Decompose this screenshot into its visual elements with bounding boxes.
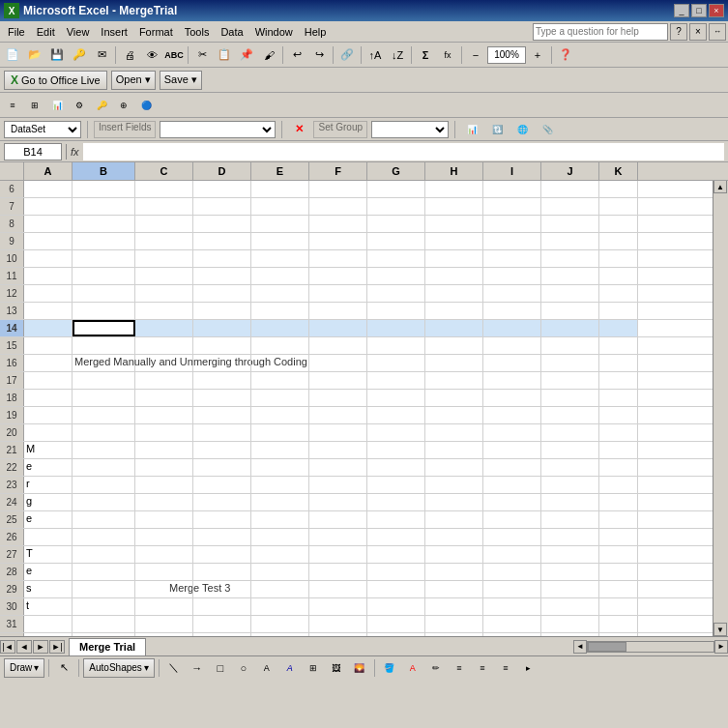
data-tool2[interactable]: 🔃 <box>486 119 508 140</box>
cell-c16[interactable] <box>135 355 193 371</box>
cell-d13[interactable] <box>193 303 251 319</box>
list-tb-3[interactable]: 📊 <box>46 95 68 116</box>
cell-j10[interactable] <box>541 250 599 267</box>
cell-j7[interactable] <box>541 198 599 215</box>
cell-d12[interactable] <box>193 285 251 302</box>
row-num[interactable]: 15 <box>0 337 24 354</box>
rect-tool[interactable]: □ <box>210 657 231 679</box>
copy-button[interactable]: 📋 <box>214 44 235 66</box>
tab-first-button[interactable]: |◄ <box>0 640 15 654</box>
cell-d16[interactable] <box>193 355 251 371</box>
row-num[interactable]: 32 <box>0 633 24 636</box>
menu-format[interactable]: Format <box>133 24 179 40</box>
scroll-up-arrow[interactable]: ▲ <box>713 180 727 193</box>
row-num[interactable]: 12 <box>0 285 24 302</box>
cell-h8[interactable] <box>425 216 483 232</box>
cell-j13[interactable] <box>541 303 599 319</box>
vertical-scrollbar[interactable]: ▲ ▼ <box>713 180 728 636</box>
permission-button[interactable]: 🔑 <box>69 44 90 66</box>
close-help-button[interactable]: × <box>689 23 707 41</box>
cell-f7[interactable] <box>309 198 367 215</box>
menu-view[interactable]: View <box>61 24 96 40</box>
cell-b7[interactable] <box>73 198 135 215</box>
cell-h7[interactable] <box>425 198 483 215</box>
oval-tool[interactable]: ○ <box>233 657 254 679</box>
fields-combo[interactable] <box>160 121 276 138</box>
cell-g9[interactable] <box>367 233 425 249</box>
print-preview-button[interactable]: 👁 <box>141 44 162 66</box>
cell-a27[interactable]: T <box>24 546 73 563</box>
cell-i9[interactable] <box>483 233 541 249</box>
list-tb-4[interactable]: ⚙ <box>69 95 90 116</box>
col-header-g[interactable]: G <box>367 162 425 180</box>
list-tb-5[interactable]: 🔑 <box>91 95 112 116</box>
cell-a11[interactable] <box>24 268 73 284</box>
row-num[interactable]: 31 <box>0 616 24 632</box>
tab-next-button[interactable]: ► <box>33 640 48 654</box>
save-button[interactable]: 💾 <box>46 44 68 66</box>
email-button[interactable]: ✉ <box>91 44 112 66</box>
cell-i16[interactable] <box>483 355 541 371</box>
menu-tools[interactable]: Tools <box>179 24 216 40</box>
cell-k12[interactable] <box>599 285 638 302</box>
cell-a16[interactable] <box>24 355 73 371</box>
cell-a13[interactable] <box>24 303 73 319</box>
cell-i7[interactable] <box>483 198 541 215</box>
help-button[interactable]: ? <box>670 23 687 41</box>
cell-b9[interactable] <box>73 233 135 249</box>
cell-k14[interactable] <box>599 320 638 336</box>
row-num[interactable]: 30 <box>0 598 24 615</box>
textbox-tool[interactable]: A <box>256 657 277 679</box>
cell-j16[interactable] <box>541 355 599 371</box>
cell-e14[interactable] <box>251 320 309 336</box>
list-tb-7[interactable]: 🔵 <box>135 95 157 116</box>
zoom-input[interactable] <box>487 46 526 64</box>
cell-f11[interactable] <box>309 268 367 284</box>
cell-d11[interactable] <box>193 268 251 284</box>
cell-g6[interactable] <box>367 181 425 197</box>
cell-k8[interactable] <box>599 216 638 232</box>
cell-b14[interactable] <box>73 320 135 336</box>
spell-button[interactable]: ABC <box>163 44 185 66</box>
cell-d6[interactable] <box>193 181 251 197</box>
tab-last-button[interactable]: ►| <box>49 640 65 654</box>
cell-f8[interactable] <box>309 216 367 232</box>
cell-e15[interactable] <box>251 337 309 354</box>
menu-file[interactable]: File <box>2 24 31 40</box>
cell-f14[interactable] <box>309 320 367 336</box>
cell-g8[interactable] <box>367 216 425 232</box>
cell-g14[interactable] <box>367 320 425 336</box>
image-tool[interactable]: 🌄 <box>349 657 370 679</box>
cell-e10[interactable] <box>251 250 309 267</box>
col-header-a[interactable]: A <box>24 162 73 180</box>
cell-d8[interactable] <box>193 216 251 232</box>
cell-h14[interactable] <box>425 320 483 336</box>
cell-g10[interactable] <box>367 250 425 267</box>
line-tool[interactable]: ＼ <box>163 657 185 679</box>
cell-k13[interactable] <box>599 303 638 319</box>
cell-a8[interactable] <box>24 216 73 232</box>
sort-asc-button[interactable]: ↑A <box>364 44 386 66</box>
cell-g11[interactable] <box>367 268 425 284</box>
cell-j14[interactable] <box>541 320 599 336</box>
cell-g16[interactable] <box>367 355 425 371</box>
col-header-f[interactable]: F <box>309 162 367 180</box>
cell-h12[interactable] <box>425 285 483 302</box>
more-options[interactable]: ▸ <box>518 657 539 679</box>
row-num[interactable]: 24 <box>0 494 24 510</box>
cell-h15[interactable] <box>425 337 483 354</box>
cell-c11[interactable] <box>135 268 193 284</box>
cell-i14[interactable] <box>483 320 541 336</box>
zoom-out-button[interactable]: − <box>465 44 486 66</box>
go-to-office-live-button[interactable]: X Go to Office Live <box>4 71 107 90</box>
col-header-j[interactable]: J <box>541 162 599 180</box>
cell-j12[interactable] <box>541 285 599 302</box>
cell-g13[interactable] <box>367 303 425 319</box>
clipart-tool[interactable]: 🖼 <box>326 657 347 679</box>
cell-j15[interactable] <box>541 337 599 354</box>
cell-b6[interactable] <box>73 181 135 197</box>
cell-f12[interactable] <box>309 285 367 302</box>
col-header-c[interactable]: C <box>135 162 193 180</box>
cell-d7[interactable] <box>193 198 251 215</box>
row-num[interactable]: 21 <box>0 442 24 458</box>
